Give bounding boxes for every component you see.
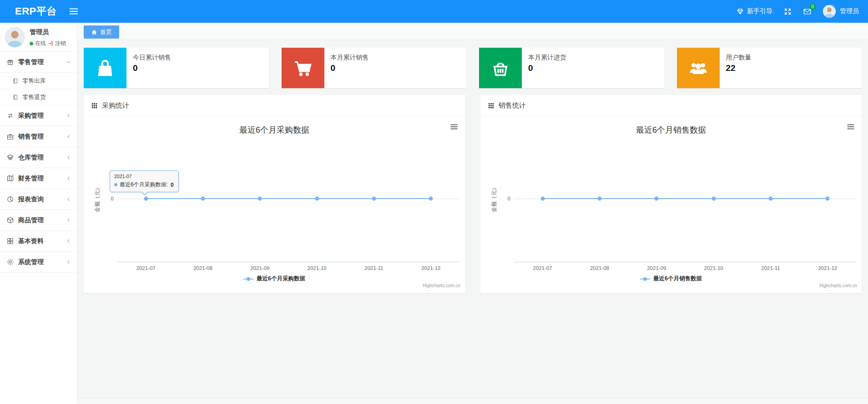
chart-context-menu-icon[interactable] (449, 123, 459, 131)
legend-item[interactable]: 最近6个月采购数据 (84, 275, 465, 283)
sidebar-item-product-mgmt[interactable]: 商品管理 (0, 210, 77, 231)
legend-label: 最近6个月采购数据 (257, 275, 305, 283)
top-navbar: ERP平台 新手引导 0 管理员 (0, 0, 868, 23)
data-point-marker[interactable] (315, 197, 319, 201)
data-point-marker[interactable] (769, 197, 773, 201)
data-point-marker[interactable] (429, 197, 433, 201)
sidebar-item-warehouse-mgmt[interactable]: 仓库管理 (0, 147, 77, 168)
online-status-dot (30, 42, 33, 45)
data-point-marker[interactable] (258, 197, 262, 201)
avatar (823, 5, 836, 18)
x-axis-label: 2021-11 (761, 265, 780, 271)
sales-chart: 最近6个月销售数据 金额（元） 0 最近6个月销售数据 Highcharts.c… (480, 117, 862, 293)
stat-cards-row: 今日累计销售0 本月累计销售0 本月累计进货0 用户数量22 (84, 48, 862, 88)
stat-card-label: 本月累计进货 (528, 54, 566, 62)
sidebar-item-system-mgmt[interactable]: 系统管理 (0, 252, 77, 273)
app-logo[interactable]: ERP平台 (0, 5, 57, 18)
stat-card-value: 0 (133, 63, 171, 73)
legend-label: 最近6个月销售数据 (653, 275, 702, 283)
tooltip-series-label: 最近6个月采购数据: (120, 181, 168, 189)
y-axis-title: 金额（元） (490, 185, 498, 212)
sidebar-item-label: 商品管理 (18, 216, 44, 224)
layers-icon (6, 154, 14, 161)
gear-icon (6, 258, 14, 266)
sidebar-item-purchase-mgmt[interactable]: 采购管理 (0, 105, 77, 126)
highcharts-credits-link[interactable]: Highcharts.com.cn (423, 283, 460, 288)
sidebar-subitem-retail-return[interactable]: 零售退货 (0, 89, 77, 105)
sidebar-item-retail-mgmt[interactable]: 零售管理 (0, 52, 77, 73)
briefcase-icon (6, 133, 14, 140)
online-status-label: 在线 (35, 40, 46, 47)
shopping-cart-icon (282, 48, 324, 88)
purchase-chart: 最近6个月采购数据 金额（元） 0 最近6个月采购数据 Highcharts.c… (84, 117, 465, 293)
sidebar-item-label: 基本资料 (18, 237, 44, 245)
notebook-icon (12, 94, 19, 100)
data-point-marker[interactable] (144, 197, 148, 201)
sidebar-user-panel: 管理员 在线 注销 (0, 23, 77, 51)
data-point-marker[interactable] (598, 197, 602, 201)
chevron-left-icon (66, 217, 71, 223)
guide-label: 新手引导 (747, 7, 772, 15)
data-point-marker[interactable] (655, 197, 659, 201)
grid-icon (6, 237, 14, 245)
chevron-left-icon (66, 238, 71, 244)
sidebar-toggle-icon[interactable] (69, 6, 79, 16)
sidebar-subitem-retail-outbound[interactable]: 零售出库 (0, 73, 77, 89)
chevron-left-icon (66, 113, 71, 119)
panel-title: 销售统计 (499, 101, 526, 110)
x-axis-label: 2021-09 (647, 265, 666, 271)
sidebar-item-sales-mgmt[interactable]: 销售管理 (0, 126, 77, 147)
sidebar-user-name: 管理员 (30, 28, 66, 36)
footer (77, 398, 868, 404)
x-axis-label: 2021-08 (193, 265, 212, 271)
home-icon (91, 29, 97, 35)
breadcrumb-tab-home[interactable]: 首页 (84, 25, 119, 39)
user-menu[interactable]: 管理员 (823, 5, 859, 18)
stat-card-label: 今日累计销售 (133, 54, 171, 62)
y-axis-tick: 0 (498, 196, 510, 201)
data-point-marker[interactable] (540, 197, 545, 201)
data-point-marker[interactable] (372, 197, 376, 201)
sidebar-item-report-query[interactable]: 报表查询 (0, 189, 77, 210)
logout-link[interactable]: 注销 (48, 40, 66, 47)
sidebar-item-label: 报表查询 (18, 195, 44, 204)
sales-stats-panel: 销售统计 最近6个月销售数据 金额（元） 0 最近6个月销售数据 (480, 95, 862, 293)
data-point-marker[interactable] (201, 197, 205, 201)
highcharts-credits-link[interactable]: Highcharts.com.cn (819, 283, 857, 288)
chart-tooltip: 2021-07 最近6个月采购数据: 0 (110, 170, 179, 192)
x-axis-label: 2021-10 (704, 265, 723, 271)
stat-card-value: 0 (331, 63, 369, 73)
sidebar-item-label: 销售管理 (18, 133, 44, 141)
data-point-marker[interactable] (712, 197, 716, 201)
data-point-marker[interactable] (826, 197, 830, 201)
guide-link[interactable]: 新手引导 (737, 7, 772, 15)
chevron-down-icon (66, 59, 71, 65)
x-axis-line (514, 262, 856, 262)
sidebar: 管理员 在线 注销 零售管理零售出库零售退货采购管理销售管理仓库管理财务管理报表… (0, 23, 77, 404)
chart-context-menu-icon[interactable] (846, 123, 856, 131)
x-axis-label: 2021-07 (136, 265, 156, 271)
sidebar-item-finance-mgmt[interactable]: 财务管理 (0, 168, 77, 189)
y-axis-title: 金额（元） (94, 185, 101, 212)
avatar (5, 27, 25, 47)
pie-chart-icon (6, 195, 14, 203)
x-axis-label: 2021-08 (590, 265, 609, 271)
panel-header: 采购统计 (84, 95, 465, 117)
package-icon (6, 216, 14, 224)
x-axis-label: 2021-09 (250, 265, 269, 271)
x-axis-label: 2021-11 (364, 265, 383, 271)
series-dot-icon (114, 183, 117, 186)
sidebar-item-basic-data[interactable]: 基本资料 (0, 231, 77, 252)
users-icon (677, 48, 720, 88)
legend-marker (640, 277, 650, 281)
chart-title: 最近6个月销售数据 (480, 125, 862, 135)
stat-card-label: 本月累计销售 (331, 54, 369, 62)
legend-item[interactable]: 最近6个月销售数据 (480, 275, 862, 283)
fullscreen-icon[interactable] (784, 8, 792, 15)
messages-button[interactable]: 0 (803, 7, 812, 16)
y-axis-tick: 0 (101, 196, 114, 201)
x-axis-label: 2021-10 (308, 265, 327, 271)
notebook-icon (12, 78, 19, 84)
x-axis-label: 2021-07 (533, 265, 552, 271)
stat-card-today-sales: 今日累计销售0 (84, 48, 269, 88)
